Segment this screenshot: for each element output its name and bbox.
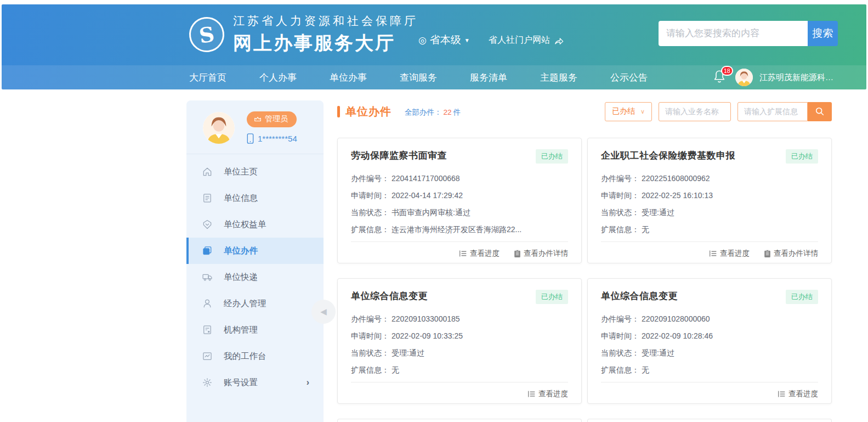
sidebar-item-unit-home[interactable]: 单位主页 [186,159,324,185]
apply-time: 2022-02-09 10:33:25 [392,328,463,345]
case-title: 企业职工社会保险缴费基数申报 [601,149,735,162]
role-badge: 管理员 [247,111,297,127]
detail-icon [764,250,771,258]
status-badge: 已办结 [536,149,568,164]
case-title: 单位综合信息变更 [351,290,428,302]
phone-icon [247,133,254,144]
apply-time: 2022-02-09 10:28:46 [642,328,713,345]
view-progress-link[interactable]: 查看进度 [778,389,818,399]
home-icon [202,166,213,177]
sidebar-item-unit-express[interactable]: 单位快递 [186,264,324,290]
portal-site-link[interactable]: 省人社门户网站 [489,35,564,46]
chevron-down-icon: ▼ [464,37,470,43]
field-label: 扩展信息： [351,221,389,238]
search-input[interactable] [659,21,808,46]
view-progress-link[interactable]: 查看进度 [709,249,750,258]
main-nav: 大厅首页 个人办事 单位办事 查询服务 服务清单 主题服务 公示公告 18 [2,65,866,89]
user-avatar[interactable] [735,69,753,86]
status-badge: 已办结 [536,290,568,304]
phone-number-text: 1********54 [258,134,297,143]
field-label: 申请时间： [601,328,639,345]
field-label: 办件编号： [351,170,389,187]
view-progress-link[interactable]: 查看进度 [459,249,500,258]
nav-item-query[interactable]: 查询服务 [400,71,437,84]
status-filter-dropdown[interactable]: 已办结 ∨ [605,102,652,121]
sidebar-item-account-settings[interactable]: 账号设置 › [186,369,324,396]
gear-icon [202,377,213,388]
sidebar-item-agent-management[interactable]: 经办人管理 [186,290,324,317]
case-card-partial [337,419,582,422]
extended-info-input[interactable] [737,102,808,121]
person-icon [202,298,213,309]
progress-icon [527,390,536,398]
field-label: 申请时间： [351,187,389,204]
sidebar-collapse-button[interactable]: ◀ [311,300,336,324]
sidebar: 管理员 1********54 单位主页 [186,100,324,422]
org-icon [202,324,213,335]
notification-bell[interactable]: 18 [712,69,729,86]
case-card: 单位综合信息变更 已办结 办件编号：2202091028000060 申请时间：… [587,278,832,404]
apply-time: 2022-04-14 17:29:42 [392,187,463,204]
nav-item-home[interactable]: 大厅首页 [189,71,226,84]
field-label: 扩展信息： [351,362,389,379]
profile-avatar[interactable] [203,112,235,144]
extended-info: 无 [392,362,399,379]
nav-item-theme[interactable]: 主题服务 [540,71,577,84]
chevron-down-icon: ∨ [640,108,645,115]
region-selector[interactable]: ◎ 省本级 ▼ [418,33,470,47]
field-label: 办件编号： [351,311,389,328]
logged-in-company[interactable]: 江苏明茂新能源科… [759,72,833,83]
case-number: 2204141717000668 [392,170,460,187]
nav-item-personal[interactable]: 个人办事 [259,71,297,84]
case-card-partial [587,419,832,422]
case-card: 劳动保障监察书面审查 已办结 办件编号：2204141717000668 申请时… [337,138,582,263]
extended-info: 连云港市海州经济开发区香海湖路22... [392,221,521,238]
document-icon [202,193,213,204]
role-badge-label: 管理员 [265,114,288,124]
progress-icon [459,250,467,257]
business-name-input[interactable] [659,102,731,121]
status-badge: 已办结 [786,290,818,304]
field-label: 当前状态： [351,204,389,221]
case-title: 单位综合信息变更 [601,290,678,302]
agency-logo-icon: S [187,15,226,54]
current-status: 受理:通过 [392,345,424,362]
field-label: 当前状态： [601,345,639,362]
detail-icon [514,250,521,258]
sidebar-item-workbench[interactable]: 我的工作台 [186,343,324,369]
view-detail-link[interactable]: 查看办件详情 [764,249,818,258]
nav-item-announcements[interactable]: 公示公告 [610,71,648,84]
current-status: 书面审查内网审核:通过 [392,204,470,221]
profile-section: 管理员 1********54 [186,100,324,154]
section-accent-bar [337,106,340,117]
case-number: 2202091028000060 [642,311,710,328]
case-card: 单位综合信息变更 已办结 办件编号：2202091033000185 申请时间：… [337,278,582,404]
truck-icon [202,272,213,283]
site-header: S 江苏省人力资源和社会保障厅 网上办事服务大厅 ◎ 省本级 ▼ 省人社门户网站… [2,4,866,89]
search-button[interactable]: 搜索 [808,21,838,46]
sidebar-item-unit-cases[interactable]: 单位办件 [186,238,324,264]
sidebar-item-unit-info[interactable]: 单位信息 [186,185,324,211]
status-badge: 已办结 [786,149,818,164]
main-header: 单位办件 全部办件：22件 已办结 ∨ [337,100,832,122]
case-number: 2202251608000962 [642,170,710,187]
case-title: 劳动保障监察书面审查 [351,149,447,162]
sidebar-menu: 单位主页 单位信息 单位权益单 单位办件 [186,154,324,396]
admin-crown-icon [254,116,262,122]
portal-link-label: 省人社门户网站 [489,35,550,46]
field-label: 扩展信息： [601,362,639,379]
view-detail-link[interactable]: 查看办件详情 [514,249,568,258]
extended-info: 无 [642,362,649,379]
magnifier-icon [815,106,825,116]
phone-number: 1********54 [247,133,297,144]
apply-time: 2022-02-25 16:10:13 [642,187,713,204]
nav-item-service-list[interactable]: 服务清单 [470,71,507,84]
sidebar-item-unit-rights[interactable]: 单位权益单 [186,211,324,238]
section-title: 单位办件 [345,104,392,119]
filter-search-button[interactable] [808,102,832,121]
view-progress-link[interactable]: 查看进度 [527,389,568,399]
current-status: 受理:通过 [642,204,674,221]
sidebar-item-org-management[interactable]: 机构管理 [186,317,324,343]
badge-icon [202,219,213,230]
nav-item-unit[interactable]: 单位办事 [330,71,367,84]
